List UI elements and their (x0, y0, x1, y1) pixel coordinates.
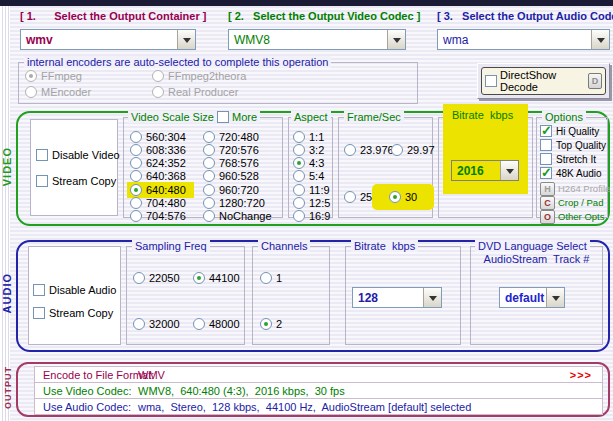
audio-bitrate-select[interactable]: 128 (352, 287, 442, 308)
radio-scale-704-480[interactable]: 704:480 (130, 196, 186, 210)
encoders-title: internal encoders are auto-selected to c… (24, 56, 331, 68)
dvd-track-value: default (500, 288, 546, 307)
crop-pad-button[interactable]: CCrop / Pad (540, 196, 603, 209)
radio-icon (293, 170, 305, 182)
radio-sampling-32000[interactable]: 32000 (133, 317, 180, 331)
radio-icon (203, 197, 215, 209)
radio-fps-23976[interactable]: 23.976 (344, 143, 394, 157)
radio-channels-2[interactable]: 2 (260, 317, 282, 331)
radio-label: 1:1 (309, 131, 324, 143)
chevron-down-icon[interactable] (546, 288, 564, 307)
output-row-label: Use Audio Codec: (35, 401, 138, 413)
radio-label: MEncoder (41, 86, 91, 98)
radio-aspect-1-1[interactable]: 1:1 (293, 130, 324, 144)
directshow-inner: DirectShow Decode D (481, 67, 606, 95)
radio-fps-30[interactable]: 30 (389, 190, 417, 204)
radio-scale-nochange[interactable]: NoChange (203, 209, 272, 223)
radio-sampling-44100[interactable]: 44100 (193, 271, 240, 285)
radio-label: NoChange (219, 210, 272, 222)
radio-aspect-12-5[interactable]: 12:5 (293, 196, 330, 210)
checkbox-icon (36, 149, 48, 161)
radio-scale-720-480[interactable]: 720:480 (203, 130, 259, 144)
radio-label: 22050 (149, 272, 180, 284)
radio-sampling-22050[interactable]: 22050 (133, 271, 180, 285)
audio-stream-copy-checkbox[interactable]: Stream Copy (33, 306, 113, 320)
radio-aspect-3-2[interactable]: 3:2 (293, 143, 324, 157)
radio-aspect-4-3[interactable]: 4:3 (293, 156, 324, 170)
radio-scale-624-352[interactable]: 624:352 (130, 156, 186, 170)
radio-icon (203, 131, 215, 143)
48k-audio-checkbox[interactable]: 48K Audio (540, 166, 602, 180)
radio-icon (203, 157, 215, 169)
output-section-label: OUTPUT (3, 366, 13, 409)
radio-scale-704-576[interactable]: 704:576 (130, 209, 186, 223)
output-row-value: wma, Stereo, 128 kbps, 44100 Hz, AudioSt… (138, 401, 471, 413)
directshow-checkbox[interactable] (485, 75, 497, 87)
output-row-audio: Use Audio Codec: wma, Stereo, 128 kbps, … (34, 398, 603, 415)
scale-size-title: Video Scale Size (131, 111, 214, 123)
radio-icon (260, 318, 272, 330)
radio-scale-960-720[interactable]: 960:720 (203, 183, 259, 197)
radio-label: FFmpeg (41, 70, 82, 82)
radio-fps-2997[interactable]: 29.97 (391, 143, 435, 157)
radio-scale-560-304[interactable]: 560:304 (130, 130, 186, 144)
radio-label: 720:480 (219, 131, 259, 143)
h264-profile-button: HH264 Profile (540, 182, 610, 195)
radio-icon (203, 144, 215, 156)
button-label: Crop / Pad (558, 197, 603, 208)
output-row-format: Encode to File Format: WMV >>> (34, 366, 603, 383)
container-select[interactable]: wmv (20, 29, 196, 50)
top-quality-checkbox[interactable]: Top Quality (540, 138, 606, 152)
radio-label: 4:3 (309, 157, 324, 169)
radio-sampling-48000[interactable]: 48000 (193, 317, 240, 331)
video-bitrate-select[interactable]: 2016 (451, 160, 519, 181)
radio-scale-608-336[interactable]: 608:336 (130, 143, 186, 157)
step2-label: [ 2. Select the Output Video Codec ] (228, 10, 420, 22)
dvd-track-select[interactable]: default (499, 287, 565, 308)
chevron-down-icon[interactable] (423, 288, 441, 307)
radio-icon (130, 157, 142, 169)
radio-label: 44100 (209, 272, 240, 284)
chevron-down-icon[interactable] (387, 30, 405, 49)
chevron-down-icon[interactable] (591, 30, 609, 49)
more-arrows[interactable]: >>> (570, 369, 602, 381)
output-row-value: WMV8, 640:480 (4:3), 2016 kbps, 30 fps (138, 385, 345, 397)
crop-button-icon[interactable]: C (540, 196, 555, 210)
other-opts-button[interactable]: OOther Opts (540, 210, 604, 223)
radio-icon (344, 191, 356, 203)
radio-label: 32000 (149, 318, 180, 330)
radio-scale-720-576[interactable]: 720:576 (203, 143, 259, 157)
stretch-it-checkbox[interactable]: Stretch It (540, 152, 596, 166)
disable-video-checkbox[interactable]: Disable Video (36, 148, 120, 162)
radio-icon (203, 210, 215, 222)
radio-aspect-5-4[interactable]: 5:4 (293, 169, 324, 183)
radio-channels-1[interactable]: 1 (260, 271, 282, 285)
radio-icon (193, 318, 205, 330)
hi-quality-checkbox[interactable]: Hi Quality (540, 124, 599, 138)
radio-encoder-mencoder: MEncoder (25, 85, 91, 99)
audio-bitrate-value: 128 (353, 288, 423, 307)
button-label: H264 Profile (558, 183, 610, 194)
directshow-d-button[interactable]: D (588, 73, 602, 89)
radio-fps-25[interactable]: 25 (344, 190, 372, 204)
video-stream-copy-checkbox[interactable]: Stream Copy (36, 174, 116, 188)
other-opts-button-icon[interactable]: O (540, 210, 555, 224)
radio-icon (130, 131, 142, 143)
radio-scale-960-528[interactable]: 960:528 (203, 169, 259, 183)
radio-scale-768-576[interactable]: 768:576 (203, 156, 259, 170)
chevron-down-icon[interactable] (177, 30, 195, 49)
radio-aspect-16-9[interactable]: 16:9 (293, 209, 330, 223)
checkbox-label: Disable Video (52, 149, 120, 161)
video-codec-select[interactable]: WMV8 (228, 29, 406, 50)
radio-scale-640-480[interactable]: 640:480 (130, 183, 186, 197)
radio-scale-1280-720[interactable]: 1280:720 (203, 196, 265, 210)
audio-codec-select[interactable]: wma (437, 29, 610, 50)
disable-audio-checkbox[interactable]: Disable Audio (33, 283, 116, 297)
chevron-down-icon[interactable] (500, 161, 518, 180)
radio-aspect-11-9[interactable]: 11:9 (293, 183, 330, 197)
radio-icon (344, 144, 356, 156)
more-checkbox[interactable] (217, 111, 229, 123)
radio-icon (130, 144, 142, 156)
checkbox-icon (540, 125, 552, 137)
radio-scale-640-368[interactable]: 640:368 (130, 169, 186, 183)
